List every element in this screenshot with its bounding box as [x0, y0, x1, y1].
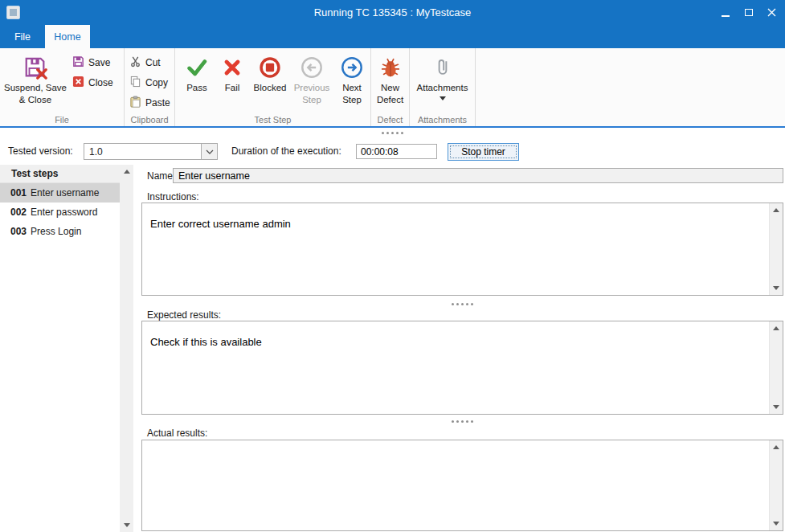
app-window: Running TC 135345 : MyTestcase File Home [0, 0, 785, 532]
scroll-down-arrow[interactable] [770, 400, 783, 414]
tested-version-label: Tested version: [8, 137, 73, 165]
attachments-dropdown-icon [440, 96, 446, 100]
duration-input[interactable] [356, 144, 437, 159]
scroll-up-arrow[interactable] [770, 440, 783, 454]
ribbon-resize-handle[interactable] [0, 128, 785, 137]
expected-results-field [141, 321, 783, 415]
save-label: Save [88, 57, 110, 68]
save-icon [72, 55, 84, 70]
actual-results-label: Actual results: [147, 428, 207, 439]
next-step-button[interactable]: Next Step [333, 51, 370, 106]
copy-button[interactable]: Copy [126, 72, 174, 92]
close-testcase-button[interactable]: Close [69, 72, 117, 92]
instructions-textarea[interactable] [142, 203, 769, 295]
previous-step-button[interactable]: Previous Step [292, 51, 332, 106]
expected-results-textarea[interactable] [142, 321, 769, 414]
scroll-up-arrow[interactable] [120, 165, 133, 178]
stop-timer-button[interactable]: Stop timer [448, 143, 519, 161]
fail-button[interactable]: Fail [216, 51, 248, 106]
paste-label: Paste [145, 97, 170, 108]
duration-label: Duration of the execution: [231, 137, 341, 165]
attachments-icon [431, 53, 454, 82]
horizontal-splitter[interactable] [141, 300, 783, 308]
scroll-down-arrow[interactable] [770, 517, 783, 530]
name-input[interactable] [173, 168, 783, 183]
blocked-button[interactable]: Blocked [250, 51, 290, 106]
minimize-button[interactable] [713, 0, 737, 25]
close-button[interactable] [760, 0, 783, 25]
step-number: 003 [10, 226, 27, 237]
test-steps-list: 001 Enter username 002 Enter password 00… [0, 183, 120, 241]
cut-label: Cut [145, 57, 161, 68]
scroll-up-arrow[interactable] [770, 321, 783, 335]
ribbon: Suspend, Save & Close Save [0, 48, 785, 126]
attachments-label: Attachments [417, 82, 468, 94]
group-label-defect: Defect [371, 115, 409, 125]
chevron-down-icon [206, 149, 214, 154]
ribbon-group-clipboard: Cut Copy [125, 48, 175, 126]
expected-results-label: Expected results: [147, 309, 221, 321]
next-step-icon [340, 53, 364, 82]
actual-results-scrollbar[interactable] [769, 440, 783, 530]
step-label: Enter password [31, 207, 97, 218]
previous-step-label: Previous Step [292, 82, 332, 106]
step-label: Press Login [31, 226, 81, 237]
step-number: 001 [10, 187, 27, 198]
execution-toolbar: Tested version: 1.0 Duration of the exec… [0, 137, 785, 165]
pass-button[interactable]: Pass [179, 51, 215, 106]
save-button[interactable]: Save [69, 52, 117, 72]
instructions-label: Instructions: [147, 191, 199, 203]
new-defect-label: New Defect [373, 82, 407, 106]
suspend-save-close-label: Suspend, Save & Close [2, 82, 69, 106]
previous-step-icon [300, 53, 324, 82]
test-steps-panel: Test steps 001 Enter username 002 Enter … [0, 165, 133, 532]
tab-home[interactable]: Home [45, 25, 90, 48]
blocked-icon [258, 53, 282, 82]
cut-icon [129, 55, 141, 70]
app-icon[interactable] [6, 6, 20, 19]
close-testcase-label: Close [88, 77, 113, 88]
close-testcase-icon [72, 76, 84, 90]
name-label: Name: [147, 168, 175, 183]
step-row-2[interactable]: 002 Enter password [0, 203, 120, 222]
attachments-button[interactable]: Attachments [411, 51, 473, 100]
scroll-down-arrow[interactable] [120, 518, 133, 532]
scroll-down-arrow[interactable] [770, 281, 783, 295]
maximize-button[interactable] [737, 0, 760, 25]
paste-button[interactable]: Paste [126, 92, 174, 113]
actual-results-textarea[interactable] [142, 440, 769, 530]
next-step-label: Next Step [333, 82, 370, 106]
expected-results-scrollbar[interactable] [769, 321, 783, 414]
fail-icon [221, 53, 243, 82]
group-label-attachments: Attachments [410, 115, 475, 125]
close-icon [767, 8, 776, 17]
instructions-scrollbar[interactable] [769, 203, 783, 295]
scroll-up-arrow[interactable] [770, 203, 783, 217]
ribbon-tab-bar: File Home [0, 25, 785, 48]
tested-version-dropdown-button[interactable] [201, 144, 217, 159]
step-row-1[interactable]: 001 Enter username [0, 183, 120, 203]
new-defect-button[interactable]: New Defect [373, 51, 407, 106]
step-row-3[interactable]: 003 Press Login [0, 222, 120, 241]
window-controls [713, 0, 783, 25]
suspend-save-close-icon [23, 53, 47, 82]
cut-button[interactable]: Cut [126, 52, 174, 72]
new-defect-icon [378, 53, 403, 82]
step-number: 002 [10, 207, 27, 218]
pass-label: Pass [186, 82, 207, 94]
ribbon-group-file: Suspend, Save & Close Save [0, 48, 125, 126]
tab-file[interactable]: File [0, 25, 45, 48]
test-steps-header: Test steps [0, 165, 120, 183]
tested-version-combobox[interactable]: 1.0 [84, 143, 218, 160]
steps-scrollbar[interactable] [120, 165, 133, 532]
copy-icon [129, 76, 141, 90]
step-label: Enter username [31, 187, 99, 198]
horizontal-splitter[interactable] [141, 417, 783, 425]
blocked-label: Blocked [254, 82, 287, 94]
tested-version-value: 1.0 [84, 144, 201, 159]
ribbon-group-defect: New Defect Defect [371, 48, 410, 126]
titlebar: Running TC 135345 : MyTestcase [0, 0, 785, 25]
suspend-save-close-button[interactable]: Suspend, Save & Close [2, 51, 69, 106]
window-title: Running TC 135345 : MyTestcase [80, 0, 705, 25]
group-label-file: File [0, 115, 124, 125]
